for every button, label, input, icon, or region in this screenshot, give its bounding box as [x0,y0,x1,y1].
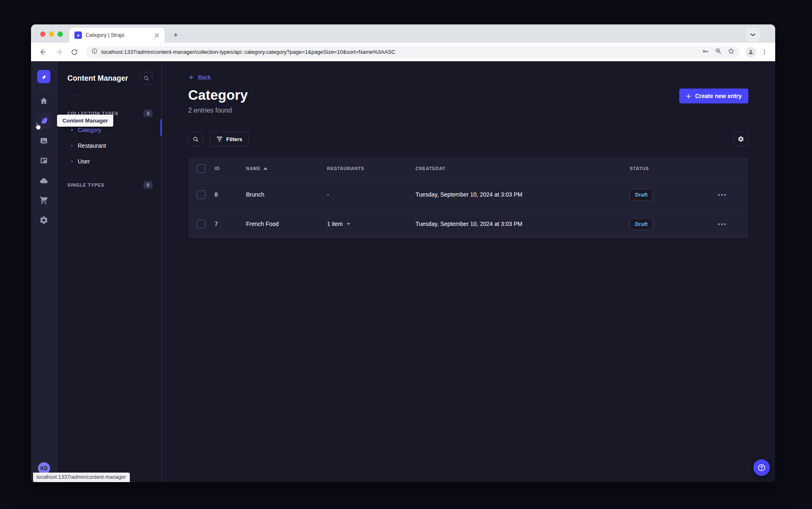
row-checkbox[interactable] [197,190,205,199]
tab-search-button[interactable] [746,28,760,42]
close-window-button[interactable] [40,31,45,37]
table-header-row: ID NAME RESTAURANTS CREATEDAT STATUS [188,157,748,180]
table-search-button[interactable] [188,132,203,146]
subnav-item-label: User [78,158,90,165]
single-types-count-badge: 0 [143,181,153,189]
sidebar-item-marketplace[interactable] [36,192,52,209]
main-navigation-sidebar: KD [31,61,57,482]
content-manager-tooltip: Content Manager [57,115,113,127]
back-navigation-icon[interactable] [37,46,49,58]
tab-title: Category | Strapi [86,32,149,38]
help-button[interactable] [753,459,770,476]
omnibox-actions [702,48,735,57]
site-info-icon[interactable] [91,48,98,56]
sort-ascending-icon [263,167,267,170]
cell-name: French Food [246,221,327,227]
status-badge: Draft [630,189,653,201]
browser-window: Category | Strapi + localhost:1337/admin… [31,24,775,482]
sidebar-item-media-library[interactable] [36,132,52,149]
status-badge: Draft [630,218,653,230]
column-header-id[interactable]: ID [215,166,246,171]
bullet-icon [71,161,73,162]
sidebar-divider [35,89,53,89]
entries-table: ID NAME RESTAURANTS CREATEDAT STATUS 8 B… [188,157,748,238]
column-header-status[interactable]: STATUS [630,166,711,171]
subnav-item-restaurant[interactable]: Restaurant [57,138,162,154]
browser-toolbar: localhost:1337/admin/content-manager/col… [31,43,775,61]
plus-icon [686,94,691,99]
main-content: Back Category 2 entries found Create new… [162,61,775,482]
column-header-restaurants[interactable]: RESTAURANTS [327,166,416,171]
cell-restaurants: - [327,191,416,198]
create-new-entry-button[interactable]: Create new entry [679,89,748,103]
subnav-title: Content Manager [67,74,128,83]
browser-tab[interactable]: Category | Strapi [69,28,165,43]
row-actions-menu-icon[interactable]: ••• [718,221,748,228]
table-settings-button[interactable] [733,132,748,146]
url-text[interactable]: localhost:1337/admin/content-manager/col… [101,49,698,55]
new-tab-button[interactable]: + [170,29,182,41]
tab-strip: Category | Strapi + [31,24,775,43]
strapi-app: KD Content Manager COLLECTION TYPES 3 Ca… [31,61,775,482]
strapi-favicon [74,31,82,39]
tab-close-icon[interactable] [153,31,160,39]
collection-types-list: Category Restaurant User [57,122,162,169]
select-all-checkbox[interactable] [197,164,205,173]
back-arrow-icon [188,74,195,81]
chevron-down-icon [347,223,350,225]
sidebar-item-settings[interactable] [36,212,52,228]
window-controls [40,31,63,37]
subnav-divider [67,96,77,96]
active-item-indicator [160,119,162,136]
subnav-item-label: Restaurant [78,142,106,149]
sidebar-item-content-manager[interactable] [36,113,52,129]
minimize-window-button[interactable] [49,31,54,37]
question-mark-icon [757,463,766,472]
collection-types-count-badge: 3 [143,110,153,117]
sidebar-item-home[interactable] [36,93,52,109]
password-key-icon[interactable] [702,48,709,57]
back-link[interactable]: Back [188,74,211,81]
column-header-name[interactable]: NAME [246,166,327,171]
cell-createdat: Tuesday, September 10, 2024 at 3:03 PM [416,191,630,198]
filter-icon [217,137,222,142]
forward-navigation-icon[interactable] [53,46,65,58]
cell-id: 8 [215,191,246,198]
strapi-logo[interactable] [37,70,50,83]
table-row[interactable]: 7 French Food 1 item Tuesday, September … [188,209,748,238]
browser-menu-icon[interactable] [759,47,769,57]
column-header-createdat[interactable]: CREATEDAT [416,166,630,171]
sidebar-item-content-type-builder[interactable] [36,152,52,169]
row-actions-menu-icon[interactable]: ••• [718,191,748,198]
sidebar-item-deploy-cloud[interactable] [36,172,52,189]
bullet-icon [71,145,73,146]
reload-icon[interactable] [68,46,81,58]
address-bar[interactable]: localhost:1337/admin/content-manager/col… [86,46,740,58]
cell-createdat: Tuesday, September 10, 2024 at 3:03 PM [416,221,630,227]
mouse-cursor-hand-icon [34,122,42,132]
maximize-window-button[interactable] [57,31,63,37]
zoom-icon[interactable] [715,48,722,56]
cell-restaurants[interactable]: 1 item [327,221,416,227]
browser-profile-avatar[interactable] [745,47,756,58]
bookmark-star-icon[interactable] [728,48,735,56]
subnav-search-button[interactable] [140,72,153,84]
section-label-single-types: SINGLE TYPES [67,182,105,187]
subnav-item-label: Category [78,127,101,133]
link-preview-status-bar: localhost:1337/admin/content-manager [33,473,130,482]
filters-button[interactable]: Filters [210,132,249,146]
cell-id: 7 [215,221,246,227]
subnav-item-user[interactable]: User [57,154,162,169]
row-checkbox[interactable] [197,220,205,228]
page-title: Category [188,87,248,103]
entries-count: 2 entries found [188,107,248,114]
bullet-icon [71,129,73,131]
table-row[interactable]: 8 Brunch - Tuesday, September 10, 2024 a… [188,180,748,209]
cell-name: Brunch [246,191,327,198]
